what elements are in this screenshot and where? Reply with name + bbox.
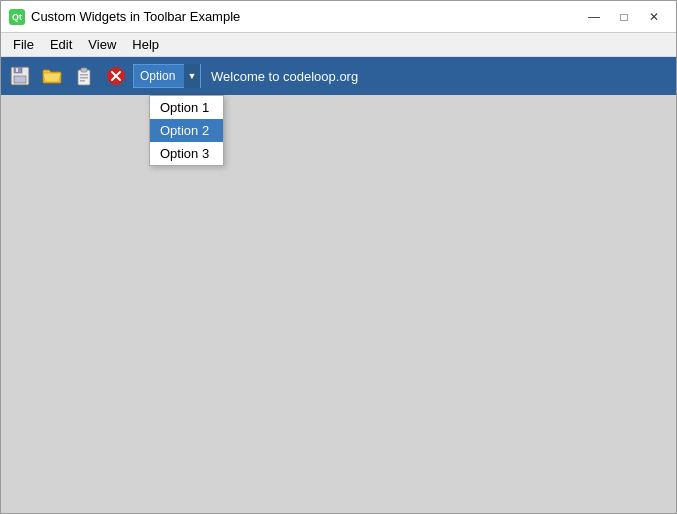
close-button[interactable]: ✕ [640, 6, 668, 28]
svg-rect-2 [14, 76, 26, 83]
welcome-text: Welcome to codeloop.org [203, 69, 358, 84]
maximize-button[interactable]: □ [610, 6, 638, 28]
svg-rect-8 [80, 80, 85, 82]
save-button[interactable] [5, 61, 35, 91]
paste-button[interactable] [69, 61, 99, 91]
window-controls: — □ ✕ [580, 6, 668, 28]
svg-rect-7 [80, 77, 88, 79]
clipboard-icon [73, 65, 95, 87]
svg-rect-6 [80, 74, 88, 76]
menu-bar: File Edit View Help [1, 33, 676, 57]
window-title: Custom Widgets in Toolbar Example [31, 9, 580, 24]
menu-edit[interactable]: Edit [42, 35, 80, 54]
main-window: Qt Custom Widgets in Toolbar Example — □… [0, 0, 677, 514]
dropdown-menu: Option 1 Option 2 Option 3 [149, 95, 224, 166]
combo-arrow-icon: ▼ [184, 64, 200, 88]
folder-icon [41, 65, 63, 87]
floppy-disk-icon [9, 65, 31, 87]
toolbar: Option ▼ Welcome to codeloop.org Option … [1, 57, 676, 95]
dropdown-option-2[interactable]: Option 2 [150, 119, 223, 142]
option-combo[interactable]: Option ▼ [133, 64, 201, 88]
close-action-button[interactable] [101, 61, 131, 91]
dropdown-option-1[interactable]: Option 1 [150, 96, 223, 119]
combo-text: Option [134, 69, 184, 83]
svg-rect-5 [81, 68, 87, 72]
open-button[interactable] [37, 61, 67, 91]
main-content-area [1, 95, 676, 513]
title-bar: Qt Custom Widgets in Toolbar Example — □… [1, 1, 676, 33]
menu-help[interactable]: Help [124, 35, 167, 54]
close-circle-icon [105, 65, 127, 87]
app-icon: Qt [9, 9, 25, 25]
svg-rect-3 [16, 68, 18, 72]
minimize-button[interactable]: — [580, 6, 608, 28]
menu-file[interactable]: File [5, 35, 42, 54]
menu-view[interactable]: View [80, 35, 124, 54]
dropdown-option-3[interactable]: Option 3 [150, 142, 223, 165]
